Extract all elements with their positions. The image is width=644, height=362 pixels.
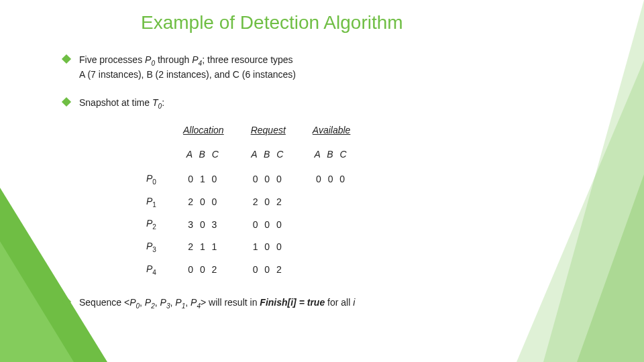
value-cell: 0 0 2 [170, 259, 237, 282]
value-cell: 0 0 0 [299, 168, 364, 191]
value-cell: 2 0 0 [170, 191, 237, 214]
value-cell: 2 0 2 [237, 191, 299, 214]
value-cell: 1 0 0 [237, 236, 299, 259]
process-cell: P4 [119, 259, 170, 282]
text: A (7 instances), B (2 instances), and C … [79, 68, 617, 82]
bullet-3: Sequence <P0, P2, P3, P1, P4> will resul… [60, 296, 617, 311]
text: ; three resource types [202, 54, 292, 65]
value-cell [299, 191, 364, 214]
th-allocation: Allocation [170, 120, 237, 141]
value-cell: 0 0 0 [237, 168, 299, 191]
th-empty [119, 120, 170, 141]
process-cell: P1 [119, 191, 170, 214]
finish-expr: Finish[i] = true [260, 297, 325, 308]
bullet-list: Five processes P0 through P4; three reso… [47, 54, 617, 311]
value-cell: 0 0 0 [237, 213, 299, 236]
text: Snapshot at time [79, 97, 152, 108]
abc-req: A B C [237, 141, 299, 168]
table-row: P40 0 20 0 2 [119, 259, 364, 282]
text: T [152, 97, 158, 108]
bullet-2: Snapshot at time T0: Allocation Request … [60, 97, 617, 282]
th-request: Request [237, 120, 299, 141]
seq-item: P4 [191, 297, 201, 308]
process-cell: P2 [119, 213, 170, 236]
value-cell [299, 213, 364, 236]
slide-title: Example of Detection Algorithm [141, 12, 617, 34]
abc-alloc: A B C [170, 141, 237, 168]
value-cell [299, 259, 364, 282]
snapshot-table: Allocation Request Available A B C A B C… [119, 120, 364, 282]
seq-item: P0 [129, 297, 140, 308]
table-row: P23 0 30 0 0 [119, 213, 364, 236]
table-header-row: Allocation Request Available [119, 120, 364, 141]
abc-avail: A B C [299, 141, 364, 168]
value-cell [299, 236, 364, 259]
text: through [155, 54, 192, 65]
process-cell: P0 [119, 168, 170, 191]
text: Sequence < [79, 297, 129, 308]
text: P [145, 54, 151, 65]
seq-item: P2 [145, 297, 155, 308]
seq-item: P3 [160, 297, 170, 308]
text: > will result in [201, 297, 260, 308]
value-cell: 3 0 3 [170, 213, 237, 236]
value-cell: 0 0 2 [237, 259, 299, 282]
text: Five processes [79, 54, 145, 65]
bullet-1: Five processes P0 through P4; three reso… [60, 54, 617, 82]
sequence: P0, P2, P3, P1, P4 [129, 297, 201, 308]
th-available: Available [299, 120, 364, 141]
table-row: P32 1 11 0 0 [119, 236, 364, 259]
text: P [192, 54, 198, 65]
table-row: P00 1 00 0 00 0 0 [119, 168, 364, 191]
seq-item: P1 [175, 297, 185, 308]
text: i [353, 297, 355, 308]
table-abc-row: A B C A B C A B C [119, 141, 364, 168]
text: for all [325, 297, 353, 308]
table-row: P12 0 02 0 2 [119, 191, 364, 214]
value-cell: 2 1 1 [170, 236, 237, 259]
value-cell: 0 1 0 [170, 168, 237, 191]
text: : [162, 97, 164, 108]
process-cell: P3 [119, 236, 170, 259]
